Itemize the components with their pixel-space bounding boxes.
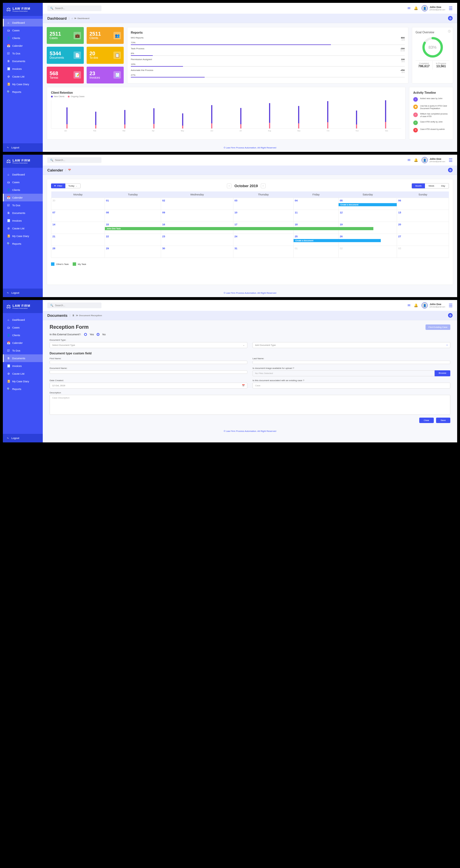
logout-button[interactable]: ⤷Logout [3, 434, 43, 442]
form-heading: Reception Form [50, 324, 89, 330]
report-row: MIS Reports80013:573% [131, 36, 405, 45]
nav-item-cause-list[interactable]: ⊘Cause List [3, 73, 43, 80]
nav-item-clients[interactable]: 👤Clients [3, 186, 43, 194]
settings-button[interactable]: ⚙ [448, 16, 453, 21]
find-case-button[interactable]: Find Existing Case [426, 324, 450, 330]
bar [269, 100, 270, 128]
nav-item-clients[interactable]: 👤Clients [3, 34, 43, 42]
nav-item-to-dos[interactable]: ☑To Dos [3, 202, 43, 209]
stat-icon: 🧾 [114, 71, 121, 79]
logout-button[interactable]: ⤷Logout [3, 143, 43, 152]
timeline-icon: ✕ [413, 128, 418, 132]
search-input[interactable]: 🔍Search... [47, 5, 101, 11]
search-input[interactable]: 🔍Search... [47, 157, 101, 163]
nav-item-calender[interactable]: 📅Calender [3, 194, 43, 202]
hamburger-icon[interactable]: ☰ [449, 158, 453, 163]
nav-icon: ☑ [7, 52, 10, 55]
logout-icon: ⤷ [7, 146, 9, 149]
search-input[interactable]: 🔍Search... [47, 303, 101, 308]
next-month-button[interactable]: › [261, 183, 266, 188]
document-name-input[interactable] [50, 370, 247, 374]
save-button[interactable]: Save [436, 417, 450, 423]
footer-text: © Law Firm Process Automation. All Right… [43, 289, 457, 297]
search-icon: 🔍 [50, 304, 53, 307]
nav-item-my-case-diary[interactable]: 📔My Case Diary [3, 232, 43, 240]
last-name-input[interactable] [252, 361, 450, 364]
description-textarea[interactable]: Case Description [50, 395, 450, 415]
date-created-input[interactable]: 12 Oct, 2019📅 [50, 382, 247, 389]
view-day-button[interactable]: Day [438, 183, 449, 188]
nav-item-cause-list[interactable]: ⊘Cause List [3, 224, 43, 232]
nav-item-dashboard[interactable]: ⌂Dashboard [3, 19, 43, 27]
stat-card-documents[interactable]: 5344Documents📄 [47, 47, 84, 64]
stat-card-tareas[interactable]: 568Tareas📝 [47, 67, 84, 84]
stat-card-to-dos[interactable]: 20To-dos📋 [87, 47, 124, 64]
stat-icon: 💼 [73, 32, 81, 39]
nav-item-documents[interactable]: 🗎Documents [3, 354, 43, 362]
logout-button[interactable]: ⤷Logout [3, 288, 43, 297]
footer-text: © Law Firm Process Automation. All Right… [43, 144, 457, 152]
browse-button[interactable]: Browse [435, 370, 450, 376]
nav-icon: 🧾 [7, 67, 10, 70]
nav-item-cases[interactable]: 🗂Cases [3, 27, 43, 34]
nav-item-clients[interactable]: 👤Clients [3, 331, 43, 339]
nav-icon: 🗎 [7, 356, 10, 360]
settings-button[interactable]: ⚙ [448, 168, 453, 172]
info-icon[interactable]: ⓘ [448, 30, 451, 33]
calendar-event[interactable]: Create a document [339, 203, 397, 206]
nav-item-cases[interactable]: 🗂Cases [3, 323, 43, 331]
nav-item-reports[interactable]: 🔍Reports [3, 385, 43, 393]
bell-icon[interactable]: 🔔 [414, 158, 418, 162]
radio-yes[interactable] [84, 333, 87, 336]
mail-icon[interactable]: ✉ [407, 6, 410, 10]
mail-icon[interactable]: ✉ [407, 158, 410, 162]
bar [182, 100, 183, 128]
hamburger-icon[interactable]: ☰ [449, 6, 453, 11]
first-name-input[interactable] [50, 361, 247, 364]
today-button[interactable]: Today⌄ [65, 183, 81, 188]
nav-item-invoices[interactable]: 🧾Invoices [3, 65, 43, 73]
page-title: Dashboard [47, 16, 67, 21]
nav-item-calender[interactable]: 📅Calender [3, 339, 43, 347]
nav-item-calender[interactable]: 📅Calender [3, 42, 43, 50]
hamburger-icon[interactable]: ☰ [449, 303, 453, 308]
user-menu[interactable]: 👤 John Doejohndoe@gmail.com [422, 302, 445, 309]
add-document-type-button[interactable]: Add Document Type+ [252, 342, 450, 348]
bell-icon[interactable]: 🔔 [414, 303, 418, 307]
nav-item-dashboard[interactable]: ⌂Dashboard [3, 170, 43, 178]
bar [66, 100, 67, 128]
nav-item-cases[interactable]: 🗂Cases [3, 178, 43, 186]
radio-no[interactable] [97, 333, 99, 336]
nav-item-to-dos[interactable]: ☑To Dos [3, 50, 43, 57]
case-input[interactable]: Case [252, 382, 450, 389]
prev-month-button[interactable]: ‹ [227, 183, 232, 188]
nav-item-invoices[interactable]: 🧾Invoices [3, 362, 43, 370]
stat-card-clients[interactable]: 2511Clients👥 [87, 27, 124, 44]
mail-icon[interactable]: ✉ [407, 303, 410, 307]
nav-item-reports[interactable]: 🔍Reports [3, 240, 43, 248]
file-input[interactable]: No Files Selected [252, 370, 435, 376]
nav-item-to-dos[interactable]: ☑To Dos [3, 347, 43, 354]
breadcrumb: ⌂≫Dashboard [69, 17, 90, 20]
nav-item-dashboard[interactable]: ⌂Dashboard [3, 316, 43, 323]
timeline-item: ✓Willium has completed process of case #… [413, 113, 449, 118]
nav-item-cause-list[interactable]: ⊘Cause List [3, 370, 43, 377]
nav-item-reports[interactable]: 🔍Reports [3, 88, 43, 96]
view-month-button[interactable]: Month [412, 183, 425, 188]
bell-icon[interactable]: 🔔 [414, 6, 418, 10]
filter-button[interactable]: ▼Filter [51, 183, 65, 188]
settings-button[interactable]: ⚙ [448, 313, 453, 318]
document-type-select[interactable]: Select Document Type⌄ [50, 342, 247, 348]
nav-item-documents[interactable]: 🗎Documents [3, 209, 43, 217]
user-menu[interactable]: 👤 John Doejohndoe@gmail.com [422, 157, 445, 163]
view-week-button[interactable]: Week [425, 183, 437, 188]
user-menu[interactable]: 👤 John Doejohndoe@gmail.com [422, 5, 445, 11]
nav-item-invoices[interactable]: 🧾Invoices [3, 217, 43, 224]
clear-button[interactable]: Clear [419, 417, 434, 423]
stat-card-cases[interactable]: 2511Cases💼 [47, 27, 84, 44]
stat-card-invoices[interactable]: 23Invoices🧾 [87, 67, 124, 84]
nav-icon: ☑ [7, 204, 10, 207]
nav-item-my-case-diary[interactable]: 📔My Case Diary [3, 377, 43, 385]
nav-item-my-case-diary[interactable]: 📔My Case Diary [3, 80, 43, 88]
nav-item-documents[interactable]: 🗎Documents [3, 57, 43, 65]
